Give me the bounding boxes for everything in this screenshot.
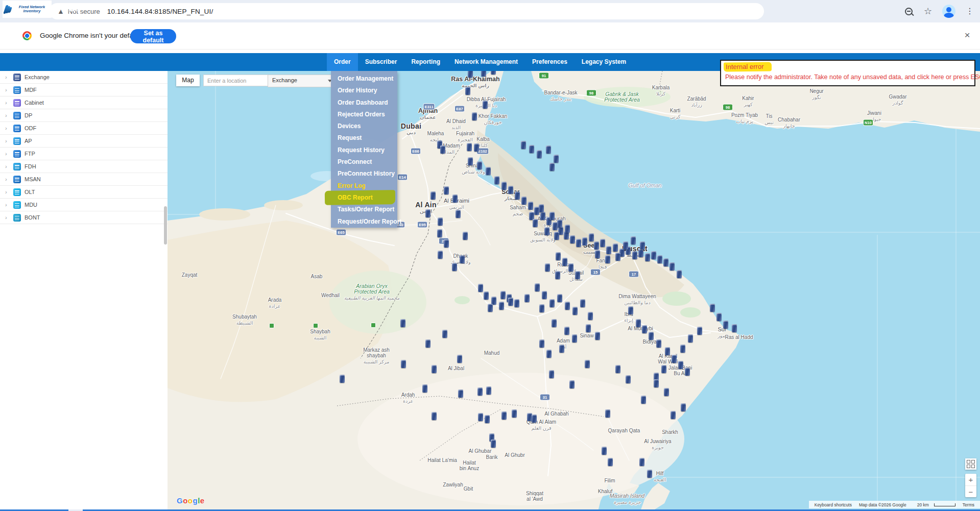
exchange-marker-icon[interactable] [500,291,506,299]
exchange-marker-icon[interactable] [572,307,578,315]
exchange-marker-icon[interactable] [481,71,486,77]
exchange-marker-icon[interactable] [501,182,507,190]
exchange-marker-icon[interactable] [457,355,462,363]
sidebar-item-mdf[interactable]: ›MDF [0,84,168,96]
exchange-marker-icon[interactable] [491,71,496,75]
exchange-marker-icon[interactable] [554,155,559,163]
exchange-marker-icon[interactable] [595,250,600,258]
exchange-marker-icon[interactable] [559,345,564,353]
chevron-right-icon[interactable]: › [5,74,10,80]
exchange-marker-icon[interactable] [521,141,526,149]
exchange-marker-icon[interactable] [656,339,661,348]
exchange-marker-icon[interactable] [452,194,458,203]
exchange-marker-icon[interactable] [557,294,562,302]
exchange-marker-icon[interactable] [605,409,610,418]
internal-error-dialog[interactable]: Internal error Please notify the adminis… [720,60,975,86]
exchange-marker-icon[interactable] [438,251,443,259]
exchange-marker-icon[interactable] [432,412,437,420]
exchange-marker-icon[interactable] [494,176,499,184]
exchange-marker-icon[interactable] [524,294,530,302]
exchange-marker-icon[interactable] [483,101,488,109]
exchange-marker-icon[interactable] [564,327,569,335]
url-text[interactable]: 10.164.144.84:8185/NEP_FN_UI/ [107,8,213,15]
exchange-marker-icon[interactable] [641,396,646,404]
chevron-right-icon[interactable]: › [5,112,10,118]
chevron-right-icon[interactable]: › [5,125,10,131]
exchange-marker-icon[interactable] [508,186,513,194]
exchange-marker-icon[interactable] [569,380,575,388]
nav-item-preferences[interactable]: Preferences [525,53,575,71]
exchange-marker-icon[interactable] [600,239,605,247]
exchange-marker-icon[interactable] [544,227,549,235]
sidebar-item-exchange[interactable]: ›Exchange [0,71,168,84]
exchange-marker-icon[interactable] [628,306,633,314]
exchange-marker-icon[interactable] [486,386,491,395]
bookmark-star-icon[interactable]: ☆ [921,5,935,18]
chevron-right-icon[interactable]: › [5,202,10,208]
exchange-marker-icon[interactable] [549,299,555,307]
chevron-right-icon[interactable]: › [5,163,10,169]
address-bar[interactable]: ▲ Not secure 10.164.144.84:8185/NEP_FN_U… [49,3,764,19]
exchange-marker-icon[interactable] [539,204,544,212]
chevron-right-icon[interactable]: › [5,138,10,144]
sidebar-item-dp[interactable]: ›DP [0,109,168,122]
sidebar-scrollbar[interactable] [164,206,167,245]
exchange-marker-icon[interactable] [557,220,562,228]
menu-item-obc-report[interactable]: OBC Report [331,192,397,204]
set-as-default-button[interactable]: Set as default [130,29,176,43]
menu-item-order-dashboard[interactable]: Order Dashboard [331,97,397,109]
exchange-marker-icon[interactable] [605,255,610,263]
exchange-marker-icon[interactable] [460,255,465,263]
location-search-input[interactable] [203,75,268,86]
menu-item-order-management[interactable]: Order Management [331,73,397,85]
exchange-marker-icon[interactable] [615,365,620,373]
map-canvas[interactable]: Ras Al-Khaimahراس الخيمةDibba Al-Fujaira… [168,71,980,511]
exchange-marker-icon[interactable] [716,313,722,321]
app-logo[interactable]: Fixed Network Inventory [3,1,52,18]
browser-menu-icon[interactable]: ⋮ [963,5,976,18]
exchange-marker-icon[interactable] [474,143,479,152]
exchange-marker-icon[interactable] [671,411,676,419]
menu-item-request[interactable]: Request [331,132,397,144]
exchange-marker-icon[interactable] [546,350,552,358]
terms-link[interactable]: Terms [959,502,978,507]
nav-item-network-management[interactable]: Network Management [447,53,525,71]
menu-item-request-order-report[interactable]: Request/Order Report [331,216,397,228]
exchange-marker-icon[interactable] [585,360,590,368]
exchange-marker-icon[interactable] [647,470,652,478]
exchange-marker-icon[interactable] [400,319,405,327]
exchange-marker-icon[interactable] [680,345,685,353]
exchange-marker-icon[interactable] [632,251,637,259]
exchange-marker-icon[interactable] [521,197,527,205]
exchange-marker-icon[interactable] [552,319,557,327]
exchange-marker-icon[interactable] [444,186,449,194]
exchange-marker-icon[interactable] [664,388,669,396]
exchange-marker-icon[interactable] [340,375,345,383]
exchange-marker-icon[interactable] [615,253,620,261]
exchange-marker-icon[interactable] [468,157,473,165]
exchange-marker-icon[interactable] [539,339,544,348]
exchange-marker-icon[interactable] [529,145,534,153]
exchange-marker-icon[interactable] [595,332,600,340]
exchange-marker-icon[interactable] [512,409,517,418]
exchange-marker-icon[interactable] [672,355,677,363]
exchange-marker-icon[interactable] [639,458,644,466]
exchange-marker-icon[interactable] [535,283,540,291]
exchange-marker-icon[interactable] [723,321,728,329]
menu-item-tasks-order-report[interactable]: Tasks/Order Report [331,204,397,215]
sidebar-item-fdh[interactable]: ›FDH [0,160,168,173]
exchange-marker-icon[interactable] [478,413,483,421]
exchange-marker-icon[interactable] [432,365,437,373]
exchange-marker-icon[interactable] [697,327,702,335]
exchange-marker-icon[interactable] [542,291,547,299]
exchange-marker-icon[interactable] [478,284,483,292]
exchange-marker-icon[interactable] [636,319,641,327]
exchange-marker-icon[interactable] [649,332,654,340]
sidebar-item-odf[interactable]: ›ODF [0,122,168,135]
exchange-marker-icon[interactable] [732,324,737,332]
exchange-marker-icon[interactable] [465,87,470,95]
exchange-marker-icon[interactable] [613,244,618,252]
exchange-marker-icon[interactable] [710,304,715,312]
exchange-marker-icon[interactable] [586,324,591,332]
exchange-marker-icon[interactable] [484,291,489,300]
